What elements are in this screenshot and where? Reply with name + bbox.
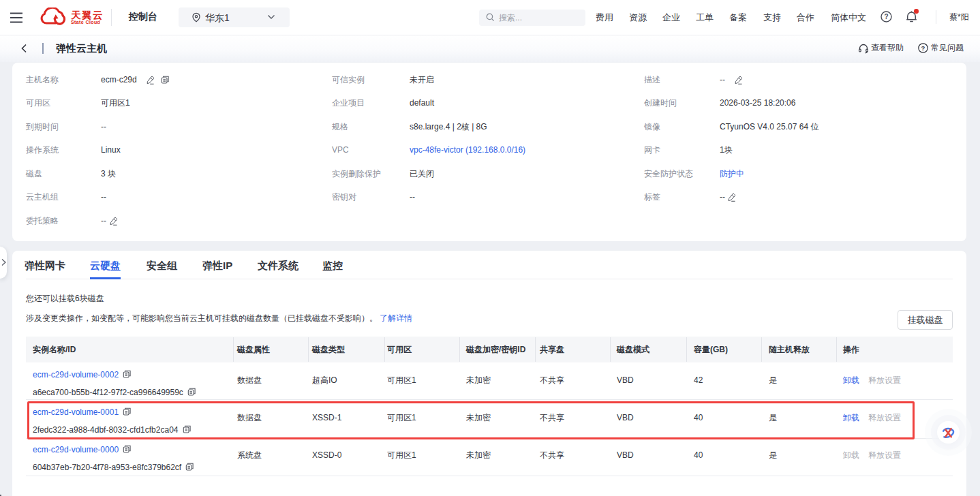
svg-text:?: ? bbox=[884, 13, 888, 20]
svg-text:?: ? bbox=[921, 44, 925, 52]
